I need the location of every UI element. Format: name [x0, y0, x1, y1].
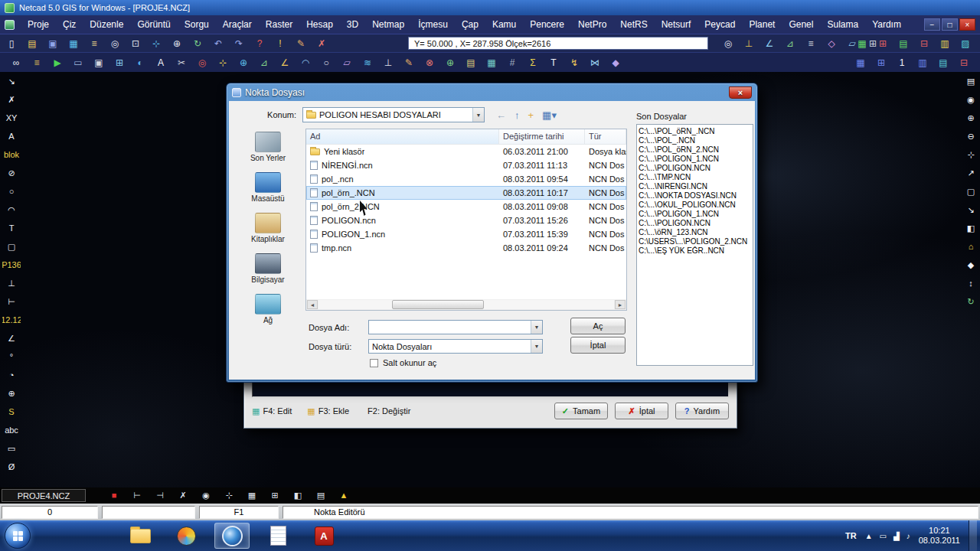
- clock[interactable]: 10:21 08.03.2011: [919, 526, 960, 546]
- delete-icon[interactable]: ✗: [315, 37, 328, 51]
- restore-button[interactable]: □: [942, 18, 958, 31]
- previous-view-icon[interactable]: ↶: [211, 37, 225, 51]
- network-tray-icon[interactable]: ▟: [893, 532, 900, 540]
- sheet-blue-icon[interactable]: ▥: [916, 56, 929, 70]
- layers-icon[interactable]: ≡: [804, 37, 818, 51]
- scale-one-icon[interactable]: 1: [895, 56, 909, 70]
- help-icon[interactable]: ?: [253, 37, 266, 51]
- record-icon[interactable]: ■: [107, 489, 121, 503]
- circle-icon[interactable]: ○: [319, 56, 333, 70]
- ortho-icon[interactable]: ⊥: [742, 37, 756, 51]
- recent-file-item[interactable]: C:\...\NİRENGİ.NCN: [639, 182, 751, 191]
- text-icon[interactable]: A: [154, 56, 168, 70]
- recent-file-item[interactable]: C:\...\POLIGON_1.NCN: [639, 210, 751, 219]
- globe-icon[interactable]: ◐: [133, 56, 147, 70]
- new-folder-icon[interactable]: +: [528, 109, 534, 121]
- frame-icon[interactable]: ▢: [2, 239, 21, 254]
- new-drawing-icon[interactable]: ▯: [5, 37, 18, 51]
- preview-icon[interactable]: ∞: [9, 56, 23, 70]
- sum-icon[interactable]: Σ: [526, 56, 540, 70]
- circle-icon[interactable]: ○: [2, 184, 21, 199]
- rotate-icon[interactable]: ↻: [191, 37, 204, 51]
- run-icon[interactable]: ▶: [51, 56, 64, 70]
- filetype-combobox[interactable]: Nokta Dosyaları ▼: [368, 339, 543, 354]
- menu-item[interactable]: Çap: [455, 16, 485, 33]
- language-indicator[interactable]: TR: [845, 531, 857, 540]
- views-icon[interactable]: ▦▾: [542, 109, 557, 121]
- snap-icon[interactable]: ◎: [721, 37, 735, 51]
- segment-end-icon[interactable]: ⊣: [153, 489, 167, 503]
- pan-icon[interactable]: ⊹: [149, 37, 163, 51]
- recent-file-item[interactable]: C:\...\EŞ YÜK EĞR..NCN: [639, 246, 751, 256]
- file-row[interactable]: pol_örn_2.NCN 08.03.2011 09:08 NCN Dos: [306, 200, 626, 214]
- recent-file-item[interactable]: C:\...\NOKTA DOSYASI.NCN: [639, 191, 751, 201]
- perpendicular-icon[interactable]: ⊥: [381, 56, 395, 70]
- show-desktop-button[interactable]: [969, 520, 977, 551]
- grid-node-icon[interactable]: ▦: [245, 489, 259, 503]
- function-key-button[interactable]: ▦ F3: Ekle: [307, 406, 349, 416]
- recent-file-item[interactable]: C:\...\öRN_123.NCN: [639, 228, 751, 237]
- polygon-icon[interactable]: ◇: [825, 37, 838, 51]
- zoom-window-icon[interactable]: ◎: [108, 37, 122, 51]
- column-header-date[interactable]: Değiştirme tarihi: [499, 129, 585, 144]
- drawing-canvas[interactable]: ↘✗XYAblok⊘○◠T▢P136⊥⊢12.12∠°◔⊕Sabc▭Ø ▤◉⊕⊖…: [0, 72, 980, 487]
- no-draw-icon[interactable]: ⊘: [2, 165, 21, 181]
- draw-icon[interactable]: ✎: [402, 56, 416, 70]
- ruler-icon[interactable]: ⊢: [2, 294, 21, 309]
- menu-item[interactable]: Pencere: [523, 16, 571, 33]
- raster-grid-icon[interactable]: ▦: [485, 56, 498, 70]
- monitor-icon[interactable]: ▭: [71, 56, 85, 70]
- zoom-extents-icon[interactable]: ⊡: [129, 37, 142, 51]
- move-point-icon[interactable]: ⊕: [237, 56, 250, 70]
- reference-manager-icon[interactable]: ▦: [67, 37, 80, 51]
- scrollbar-thumb[interactable]: [392, 300, 484, 309]
- menu-item[interactable]: Peycad: [697, 16, 742, 33]
- cancel-button[interactable]: İptal: [570, 337, 626, 354]
- corner-icon[interactable]: ↘: [962, 202, 980, 217]
- table-remove-icon[interactable]: ⊞: [876, 37, 890, 51]
- sheet-minus-icon[interactable]: ⊟: [957, 56, 971, 70]
- contour-icon[interactable]: ≋: [361, 56, 374, 70]
- text-icon[interactable]: A: [2, 129, 21, 144]
- angle-icon[interactable]: ∠: [2, 331, 21, 346]
- dialog-close-button[interactable]: ×: [729, 86, 752, 99]
- back-icon[interactable]: ←: [496, 109, 506, 121]
- column-header-name[interactable]: Ad: [306, 129, 499, 144]
- perpendicular-icon[interactable]: ⊥: [2, 276, 21, 291]
- volume-icon[interactable]: ♪: [906, 532, 910, 540]
- arc-icon[interactable]: ◠: [299, 56, 312, 70]
- menu-item[interactable]: Araçlar: [216, 16, 259, 33]
- half-grid-icon[interactable]: ◧: [291, 489, 305, 503]
- recent-file-item[interactable]: C:\...\POLIGON.NCN: [639, 164, 751, 173]
- dropdown-arrow-icon[interactable]: ▼: [531, 340, 542, 353]
- page-icon[interactable]: ▢: [962, 184, 980, 199]
- list-icon[interactable]: ≡: [30, 56, 44, 70]
- scissors-icon[interactable]: ✂: [175, 56, 188, 70]
- triangle-icon[interactable]: ⊿: [783, 37, 797, 51]
- recent-file-item[interactable]: C:\...\POL_öRN_.NCN: [639, 127, 751, 136]
- open-button[interactable]: Aç: [570, 318, 626, 334]
- menu-item[interactable]: Genel: [782, 16, 820, 33]
- point-number-icon[interactable]: P136: [2, 257, 21, 272]
- file-row[interactable]: tmp.ncn 08.03.2011 09:24 NCN Dos: [306, 241, 626, 255]
- window-icon[interactable]: ▣: [92, 56, 106, 70]
- filename-combobox[interactable]: ▼: [368, 320, 543, 334]
- dropdown-arrow-icon[interactable]: ▼: [472, 108, 484, 122]
- block-icon[interactable]: blok: [2, 147, 21, 162]
- menu-item[interactable]: Çiz: [56, 16, 83, 33]
- cross-node-icon[interactable]: ⊹: [222, 489, 236, 503]
- recent-file-item[interactable]: C:\...\OKUL_POLIGON.NCN: [639, 201, 751, 210]
- readonly-checkbox[interactable]: [370, 359, 378, 367]
- start-button[interactable]: [5, 523, 31, 549]
- measure-icon[interactable]: 12.12: [2, 312, 21, 328]
- help-button[interactable]: ? Yardım: [675, 403, 729, 419]
- column-header-type[interactable]: Tür: [585, 129, 626, 144]
- angle-measure-icon[interactable]: ∠: [278, 56, 292, 70]
- add-node-icon[interactable]: ⊕: [443, 56, 457, 70]
- editor-cancel-button[interactable]: ✗ İptal: [615, 403, 668, 419]
- menu-item[interactable]: NetRS: [613, 16, 654, 33]
- scroll-left-icon[interactable]: ◄: [307, 300, 318, 309]
- edit-icon[interactable]: ✎: [294, 37, 308, 51]
- close-button[interactable]: ×: [959, 18, 975, 31]
- dropdown-arrow-icon[interactable]: ▼: [531, 321, 542, 334]
